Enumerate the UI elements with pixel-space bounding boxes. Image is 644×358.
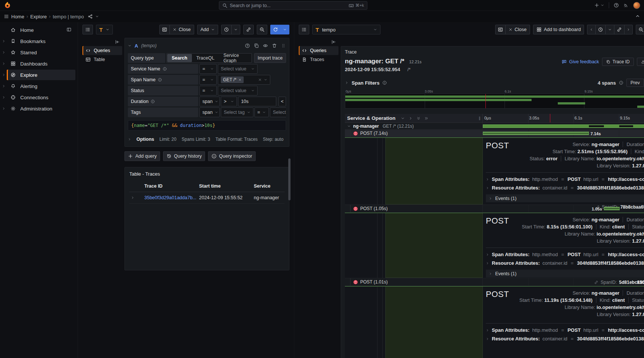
- add-button[interactable]: Add: [197, 25, 218, 34]
- col-trace-id[interactable]: Trace ID: [143, 182, 198, 192]
- expand-one-button[interactable]: [409, 116, 413, 121]
- link-button[interactable]: [614, 25, 625, 34]
- duration-operator-2[interactable]: <: [279, 97, 286, 106]
- span-row-post-1[interactable]: POST (7.14s) 7.14s: [345, 130, 644, 137]
- run-query-caret[interactable]: [280, 25, 289, 34]
- help-icon[interactable]: [614, 3, 619, 8]
- chevron-right-icon[interactable]: [2, 95, 6, 100]
- subnav-item-queries[interactable]: Queries: [299, 46, 338, 55]
- column-resize-handle[interactable]: ∥: [479, 116, 481, 120]
- split-pane-button[interactable]: [159, 25, 170, 34]
- row-expander[interactable]: [129, 192, 143, 204]
- sidebar-item-explore[interactable]: Explore: [0, 69, 78, 81]
- span-attributes-row[interactable]: Span Attributes: http.method=POST http.u…: [486, 250, 644, 259]
- collapse-toolbar-button[interactable]: [635, 13, 640, 20]
- user-avatar[interactable]: [633, 2, 640, 9]
- close-pane-button[interactable]: Close: [169, 25, 194, 34]
- col-start-time[interactable]: Start time: [198, 182, 252, 192]
- sidebar-item-starred[interactable]: Starred: [0, 47, 78, 58]
- span-row-post-2[interactable]: POST (1.05s) 1.05s: [345, 205, 644, 213]
- export-button[interactable]: Export: [637, 58, 644, 66]
- share-icon[interactable]: [88, 14, 93, 19]
- query-inspector-button[interactable]: Query inspector: [208, 151, 255, 161]
- query-ref-label[interactable]: A: [135, 43, 138, 49]
- new-menu-button[interactable]: [594, 3, 604, 8]
- time-picker-button[interactable]: [595, 25, 606, 34]
- run-query-button[interactable]: [270, 25, 281, 34]
- time-picker-button[interactable]: [221, 25, 232, 34]
- collapse-subnav-button[interactable]: [299, 38, 338, 46]
- time-picker-caret[interactable]: [605, 25, 614, 34]
- span-row-post-3[interactable]: POST (1.01s) 1.01s: [345, 278, 644, 286]
- delete-query-icon[interactable]: [272, 43, 277, 48]
- chevron-right-icon[interactable]: [345, 80, 349, 85]
- chevron-right-icon[interactable]: [2, 106, 6, 111]
- collapse-one-button[interactable]: [401, 116, 405, 121]
- outline-button[interactable]: [299, 25, 309, 34]
- expand-all-button[interactable]: [424, 116, 428, 121]
- add-query-button[interactable]: Add query: [124, 151, 160, 161]
- sidebar-item-connections[interactable]: Connections: [0, 92, 78, 103]
- sidebar-item-bookmarks[interactable]: Bookmarks: [0, 36, 78, 47]
- prev-span-button[interactable]: Prev: [626, 79, 644, 87]
- status-operator[interactable]: =: [199, 86, 217, 95]
- outline-button[interactable]: [82, 25, 93, 34]
- chevron-right-icon[interactable]: [2, 72, 6, 78]
- resource-attributes-row[interactable]: Resource Attributes: container.id=304fd8…: [486, 183, 644, 192]
- tab-search[interactable]: Search: [167, 54, 192, 62]
- query-help-icon[interactable]: [245, 43, 250, 48]
- subnav-item-queries[interactable]: Queries: [82, 46, 122, 55]
- duplicate-query-icon[interactable]: [254, 43, 259, 48]
- span-name-chip[interactable]: GET /*: [221, 76, 244, 83]
- service-name-select[interactable]: Select value: [218, 64, 258, 74]
- give-feedback-link[interactable]: Give feedback: [562, 59, 599, 64]
- subnav-item-table[interactable]: Table: [82, 55, 122, 64]
- time-shift-back-button[interactable]: [587, 25, 596, 34]
- datasource-picker-left[interactable]: T: [96, 25, 113, 34]
- status-select[interactable]: Select value: [218, 86, 258, 95]
- sidebar-item-home[interactable]: Home: [0, 24, 78, 36]
- sidebar-item-alerting[interactable]: Alerting: [0, 81, 78, 92]
- collapse-subnav-button[interactable]: [82, 38, 122, 46]
- import-trace-button[interactable]: Import trace: [254, 53, 286, 63]
- subnav-item-traces[interactable]: Traces: [299, 55, 338, 64]
- datasource-picker-right[interactable]: T tempo: [312, 25, 380, 34]
- span-bar[interactable]: 7.14s: [483, 132, 589, 135]
- events-row[interactable]: Events (1): [486, 270, 644, 277]
- left-pane-scrollbar[interactable]: [288, 158, 291, 200]
- zoom-out-button[interactable]: [257, 25, 267, 34]
- grafana-logo-icon[interactable]: [4, 1, 11, 9]
- chevron-down-icon[interactable]: [347, 124, 351, 129]
- span-name-select[interactable]: GET /*: [218, 75, 270, 85]
- trace-id-link[interactable]: 35be0f3d29a01adda7b...: [143, 192, 198, 204]
- span-row-root[interactable]: ng-manager GET /* (12.21s): [345, 123, 644, 130]
- drag-handle-icon[interactable]: [281, 43, 286, 48]
- sidebar-item-administration[interactable]: Administration: [0, 103, 78, 114]
- query-history-button[interactable]: Query history: [163, 151, 205, 161]
- menu-icon[interactable]: [4, 14, 9, 19]
- tab-service-graph[interactable]: Service Graph: [219, 54, 251, 62]
- tags-value-select[interactable]: Select va: [270, 107, 286, 117]
- service-operation-header[interactable]: Service & Operation: [347, 115, 395, 121]
- search-input[interactable]: Search or jump to... ⌘+k: [219, 1, 367, 10]
- time-shift-forward-button[interactable]: [624, 25, 633, 34]
- clear-icon[interactable]: [258, 77, 262, 82]
- duration-value-input[interactable]: 10s: [238, 97, 276, 106]
- link-button[interactable]: [243, 25, 254, 34]
- toggle-visibility-icon[interactable]: [263, 43, 268, 48]
- duration-operator[interactable]: >: [221, 97, 237, 106]
- split-pane-button[interactable]: [495, 25, 506, 34]
- breadcrumb-explore[interactable]: Explore: [30, 14, 47, 19]
- duration-scope-select[interactable]: span: [199, 97, 220, 106]
- span-filters-label[interactable]: Span Filters: [352, 80, 379, 86]
- chevron-right-icon[interactable]: [2, 84, 6, 89]
- chevron-down-icon[interactable]: [95, 14, 99, 19]
- remove-chip-icon[interactable]: [238, 77, 241, 82]
- chevron-right-icon[interactable]: [2, 39, 6, 44]
- span-bar[interactable]: 1.05s: [604, 207, 620, 210]
- tab-traceql[interactable]: TraceQL: [192, 54, 219, 62]
- trace-id-button[interactable]: Trace ID: [602, 58, 634, 66]
- news-icon[interactable]: [623, 3, 629, 8]
- span-attributes-row[interactable]: Span Attributes: http.method=POST http.u…: [486, 175, 644, 183]
- breadcrumb-home[interactable]: Home: [11, 14, 24, 19]
